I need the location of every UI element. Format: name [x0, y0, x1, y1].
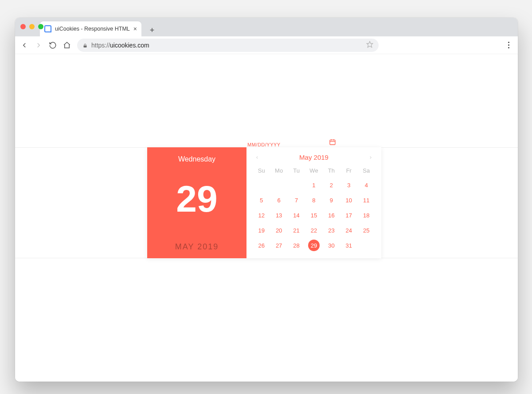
- calendar-day[interactable]: 25: [358, 223, 375, 238]
- weekday-header: Mo: [270, 165, 287, 177]
- calendar-day[interactable]: 16: [323, 208, 340, 223]
- calendar-day[interactable]: 13: [270, 208, 287, 223]
- url-text: https://uicookies.com: [91, 42, 363, 49]
- datepicker-grid: May 2019 SuMoTuWeThFrSa 1234567891011121…: [246, 147, 381, 258]
- calendar-day[interactable]: 10: [340, 193, 357, 208]
- calendar-table: SuMoTuWeThFrSa 1234567891011121314151617…: [253, 165, 375, 253]
- weekday-header: Su: [253, 165, 270, 177]
- browser-menu-button[interactable]: [505, 41, 512, 49]
- calendar-day[interactable]: 1: [305, 177, 322, 193]
- forward-button[interactable]: [35, 41, 43, 49]
- datepicker-header: May 2019: [253, 152, 375, 165]
- weekday-header: Th: [323, 165, 340, 177]
- back-button[interactable]: [20, 41, 28, 49]
- tab-strip: uiCookies - Responsive HTML × +: [15, 18, 518, 36]
- calendar-day[interactable]: 11: [358, 193, 375, 208]
- calendar-day[interactable]: 7: [288, 193, 305, 208]
- calendar-day[interactable]: 18: [358, 208, 375, 223]
- lock-icon: [82, 43, 88, 48]
- calendar-day[interactable]: 24: [340, 223, 357, 238]
- calendar-day[interactable]: 8: [305, 193, 322, 208]
- calendar-icon[interactable]: [329, 138, 336, 147]
- calendar-day[interactable]: 12: [253, 208, 270, 223]
- selected-month-year: MAY 2019: [175, 242, 219, 252]
- calendar-day[interactable]: 4: [358, 177, 375, 193]
- calendar-day[interactable]: 27: [270, 238, 287, 253]
- calendar-day[interactable]: 6: [270, 193, 287, 208]
- calendar-day[interactable]: 23: [323, 223, 340, 238]
- calendar-day[interactable]: 30: [323, 238, 340, 253]
- current-month-label: May 2019: [299, 154, 329, 161]
- new-tab-button[interactable]: +: [146, 24, 158, 36]
- selected-weekday: Wednesday: [178, 155, 215, 163]
- tab-title: uiCookies - Responsive HTML: [55, 26, 130, 32]
- home-button[interactable]: [63, 41, 71, 49]
- page-content: MM/DD/YYYY Wednesday 29 MAY 2019 May 201…: [15, 54, 518, 382]
- calendar-day[interactable]: 31: [340, 238, 357, 253]
- zoom-window-button[interactable]: [38, 24, 43, 29]
- calendar-day[interactable]: 14: [288, 208, 305, 223]
- date-input-placeholder: MM/DD/YYYY: [247, 142, 281, 147]
- calendar-day[interactable]: 29: [305, 238, 322, 253]
- reload-button[interactable]: [49, 41, 57, 49]
- window-controls: [20, 24, 43, 29]
- tab-favicon-icon: [44, 25, 51, 32]
- address-bar[interactable]: https://uicookies.com: [77, 39, 379, 52]
- calendar-empty-cell: [288, 177, 305, 193]
- minimize-window-button[interactable]: [29, 24, 35, 29]
- svg-rect-0: [84, 45, 87, 47]
- browser-window: uiCookies - Responsive HTML × + https://…: [15, 18, 518, 382]
- next-month-button[interactable]: [367, 154, 374, 161]
- svg-marker-1: [367, 41, 372, 47]
- weekday-header: Tu: [288, 165, 305, 177]
- browser-tab[interactable]: uiCookies - Responsive HTML ×: [40, 21, 141, 36]
- calendar-day[interactable]: 2: [323, 177, 340, 193]
- calendar-day[interactable]: 20: [270, 223, 287, 238]
- close-window-button[interactable]: [20, 24, 26, 29]
- datepicker-summary: Wednesday 29 MAY 2019: [147, 147, 246, 258]
- weekday-header: Sa: [358, 165, 375, 177]
- calendar-day[interactable]: 21: [288, 223, 305, 238]
- calendar-day[interactable]: 15: [305, 208, 322, 223]
- calendar-day[interactable]: 9: [323, 193, 340, 208]
- calendar-empty-cell: [253, 177, 270, 193]
- calendar-day[interactable]: 26: [253, 238, 270, 253]
- calendar-day[interactable]: 22: [305, 223, 322, 238]
- selected-day-number: 29: [176, 180, 217, 217]
- weekday-header: We: [305, 165, 322, 177]
- bookmark-star-icon[interactable]: [366, 41, 373, 49]
- calendar-day[interactable]: 17: [340, 208, 357, 223]
- browser-toolbar: https://uicookies.com: [15, 36, 518, 54]
- tab-close-icon[interactable]: ×: [133, 25, 137, 32]
- datepicker: Wednesday 29 MAY 2019 May 2019 SuMoTuWeT…: [147, 147, 381, 258]
- calendar-day[interactable]: 5: [253, 193, 270, 208]
- prev-month-button[interactable]: [254, 154, 261, 161]
- calendar-empty-cell: [270, 177, 287, 193]
- calendar-day[interactable]: 28: [288, 238, 305, 253]
- svg-rect-2: [330, 140, 335, 145]
- calendar-day[interactable]: 19: [253, 223, 270, 238]
- calendar-empty-cell: [358, 238, 375, 253]
- calendar-day[interactable]: 3: [340, 177, 357, 193]
- weekday-header: Fr: [340, 165, 357, 177]
